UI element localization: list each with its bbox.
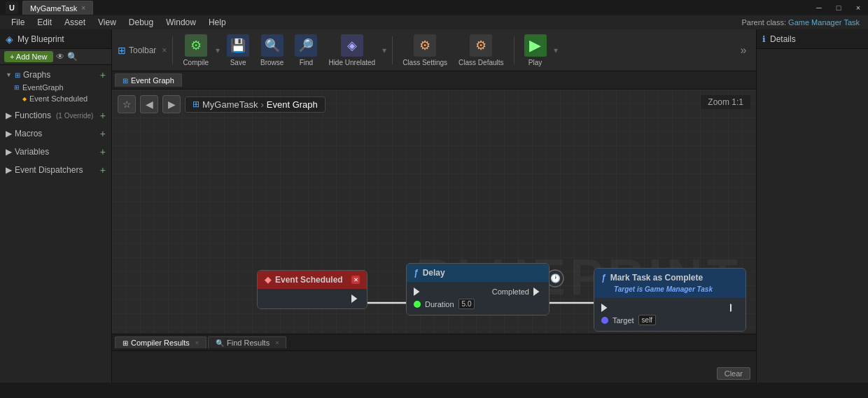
find-results-close-btn[interactable]: ×: [275, 339, 279, 346]
breadcrumb-icon: ⊞: [192, 99, 200, 109]
event-scheduled-label: Event Scheduled: [29, 94, 88, 103]
sidebar-item-event-scheduled[interactable]: ◆ Event Scheduled: [3, 93, 108, 104]
node-delay[interactable]: ƒ Delay Completed Duration 5.: [406, 263, 550, 315]
save-icon: 💾: [227, 34, 249, 57]
macros-section: ▶ Macros +: [0, 124, 111, 142]
compile-button[interactable]: ⚙ Compile: [178, 31, 213, 69]
hide-unrelated-button[interactable]: ◈ Hide Unrelated: [324, 31, 379, 69]
functions-header[interactable]: ▶ Functions (1 Override) +: [3, 108, 108, 122]
menu-debug[interactable]: Debug: [123, 16, 159, 29]
search-icon[interactable]: 🔍: [67, 52, 78, 62]
browse-icon: 🔍: [261, 34, 284, 57]
functions-add-btn[interactable]: +: [100, 110, 106, 121]
play-dropdown-btn[interactable]: ▾: [554, 45, 558, 55]
dispatchers-header[interactable]: ▶ Event Dispatchers +: [3, 163, 108, 177]
bottom-tab-bar: ⊞ Compiler Results × 🔍 Find Results ×: [112, 334, 756, 351]
mark-task-body: Target self: [594, 298, 746, 331]
canvas-nav: ☆ ◀ ▶ ⊞ MyGameTask › Event Graph: [118, 95, 326, 113]
bookmark-btn[interactable]: ☆: [118, 95, 136, 113]
tab-label: MyGameTask: [30, 4, 77, 13]
browse-button[interactable]: 🔍 Browse: [256, 31, 288, 69]
node-event-scheduled[interactable]: ◆ Event Scheduled ✕: [257, 270, 368, 309]
find-label: Find: [300, 59, 313, 66]
macros-header[interactable]: ▶ Macros +: [3, 127, 108, 141]
blueprint-canvas[interactable]: BLUEPRINT ☆ ◀ ▶ ⊞ MyGameTask › Event Gra…: [112, 90, 756, 334]
tab-close-btn[interactable]: ×: [81, 4, 85, 12]
eventgraph-grid-icon: ⊞: [14, 84, 20, 91]
forward-btn[interactable]: ▶: [162, 95, 181, 113]
graphs-add-btn[interactable]: +: [100, 69, 106, 80]
variables-header[interactable]: ▶ Variables +: [3, 145, 108, 159]
breadcrumb-root[interactable]: MyGameTask: [202, 99, 258, 110]
parent-class-link[interactable]: Game Manager Task: [788, 18, 860, 27]
variables-arrow-icon: ▶: [6, 147, 12, 157]
variables-label: Variables: [15, 147, 49, 157]
menu-window[interactable]: Window: [160, 16, 202, 29]
graph-tab-bar: ⊞ Event Graph: [112, 71, 756, 90]
menu-help[interactable]: Help: [203, 16, 232, 29]
back-btn[interactable]: ◀: [140, 95, 158, 113]
find-results-icon: 🔍: [216, 339, 224, 347]
event-scheduled-diamond-icon: ◆: [265, 275, 271, 285]
hide-unrelated-dropdown-btn[interactable]: ▾: [382, 45, 386, 55]
find-button[interactable]: 🔎 Find: [290, 31, 321, 69]
find-results-tab[interactable]: 🔍 Find Results ×: [208, 336, 286, 348]
functions-arrow-icon: ▶: [6, 111, 12, 120]
functions-badge: (1 Override): [56, 112, 93, 120]
minimize-btn[interactable]: ─: [809, 0, 829, 15]
graphs-label: Graphs: [23, 70, 50, 80]
toolbar-more-btn[interactable]: »: [736, 36, 750, 64]
sidebar-header: ◈ My Blueprint: [0, 29, 111, 49]
save-button[interactable]: 💾 Save: [223, 31, 253, 69]
class-settings-button[interactable]: ⚙ Class Settings: [398, 31, 451, 69]
bottom-panel: ⊞ Compiler Results × 🔍 Find Results × Cl…: [112, 334, 756, 383]
class-settings-label: Class Settings: [402, 59, 447, 66]
add-new-button[interactable]: + Add New: [4, 51, 53, 62]
graphs-grid-icon: ⊞: [15, 71, 20, 79]
event-graph-tab[interactable]: ⊞ Event Graph: [115, 73, 182, 87]
breadcrumb-separator: ›: [260, 99, 263, 110]
find-icon: 🔎: [295, 34, 317, 57]
bottom-content: Clear: [112, 351, 756, 383]
close-btn[interactable]: ×: [848, 0, 868, 15]
save-label: Save: [230, 59, 246, 66]
mark-task-exec-in-pin: [601, 304, 610, 312]
toolbar-label: ⊞ Toolbar: [118, 45, 156, 56]
eventgraph-label: EventGraph: [22, 83, 64, 92]
breadcrumb: ⊞ MyGameTask › Event Graph: [185, 97, 326, 113]
menu-file[interactable]: File: [6, 16, 30, 29]
delay-duration-value[interactable]: 5.0: [458, 299, 475, 309]
toolbar-close-btn[interactable]: ×: [162, 45, 167, 55]
maximize-btn[interactable]: □: [829, 0, 848, 15]
node-mark-task-complete[interactable]: ƒ Mark Task as Complete Target is Game M…: [594, 268, 746, 332]
browse-label: Browse: [260, 59, 284, 66]
compile-dropdown-btn[interactable]: ▾: [216, 45, 220, 55]
play-icon: ▶: [524, 34, 547, 57]
right-sidebar-header: ℹ Details: [757, 29, 868, 49]
mark-task-f-icon: ƒ: [601, 273, 606, 283]
compiler-results-close-btn[interactable]: ×: [195, 339, 199, 346]
class-defaults-label: Class Defaults: [458, 59, 503, 66]
compiler-results-tab[interactable]: ⊞ Compiler Results ×: [115, 336, 206, 348]
details-title: Details: [770, 34, 796, 44]
menu-view[interactable]: View: [92, 16, 122, 29]
eye-icon[interactable]: 👁: [56, 52, 64, 62]
play-label: Play: [528, 59, 542, 66]
sidebar-item-eventgraph[interactable]: ⊞ EventGraph: [3, 82, 108, 93]
main-tab[interactable]: MyGameTask ×: [22, 1, 93, 15]
menu-asset[interactable]: Asset: [59, 16, 91, 29]
mark-task-exec-row: [601, 302, 738, 313]
mark-task-title: Mark Task as Complete: [610, 273, 704, 283]
zoom-label: Zoom 1:1: [701, 95, 750, 109]
details-info-icon: ℹ: [762, 34, 766, 44]
dispatchers-add-btn[interactable]: +: [100, 164, 106, 176]
variables-add-btn[interactable]: +: [100, 146, 106, 157]
toolbar: ⊞ Toolbar × ⚙ Compile ▾ 💾 Save 🔍 Browse …: [112, 29, 756, 71]
menu-edit[interactable]: Edit: [31, 16, 57, 29]
macros-add-btn[interactable]: +: [100, 128, 106, 139]
class-defaults-button[interactable]: ⚙ Class Defaults: [454, 31, 507, 69]
mark-task-target-value[interactable]: self: [638, 315, 657, 325]
clear-button[interactable]: Clear: [717, 367, 750, 380]
play-button[interactable]: ▶ Play: [520, 31, 551, 69]
graphs-header[interactable]: ▼ ⊞ Graphs +: [3, 68, 108, 82]
